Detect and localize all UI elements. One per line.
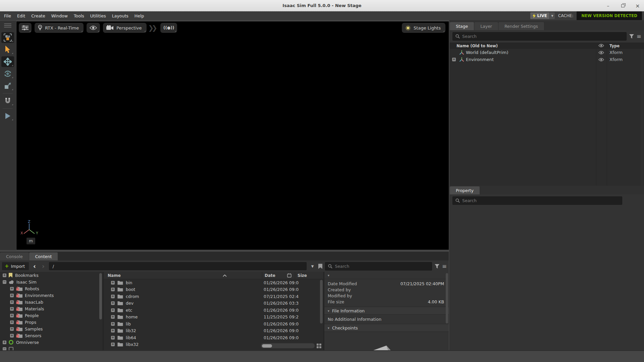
file-row-dev[interactable]: + dev 01/26/2026 03:3 bbox=[104, 300, 323, 307]
file-row-lib32[interactable]: + lib32 01/26/2026 09:0 bbox=[104, 327, 323, 335]
expand-toggle[interactable]: + bbox=[10, 287, 14, 291]
column-size[interactable]: Size bbox=[298, 273, 307, 278]
tab-content[interactable]: Content bbox=[29, 252, 58, 260]
move-tool-button[interactable] bbox=[1, 56, 14, 67]
cursor-select-tool-button[interactable] bbox=[1, 44, 14, 55]
options-menu-icon[interactable]: ≡ bbox=[637, 34, 641, 39]
tree-item-samples[interactable]: + Samples bbox=[0, 325, 103, 332]
tree-item-robots[interactable]: + Robots bbox=[0, 285, 103, 292]
prim-name[interactable]: World (defaultPrim) bbox=[466, 50, 508, 55]
menu-edit[interactable]: Edit bbox=[17, 13, 25, 18]
expand-toggle[interactable]: + bbox=[10, 314, 14, 317]
file-row-etc[interactable]: + etc 01/26/2026 09:0 bbox=[104, 307, 323, 314]
tree-item-props[interactable]: + Props bbox=[0, 319, 103, 325]
column-name[interactable]: Name bbox=[108, 273, 121, 278]
visibility-column-icon[interactable] bbox=[598, 44, 604, 48]
content-search-input[interactable] bbox=[335, 264, 429, 269]
expand-toggle[interactable]: + bbox=[111, 329, 115, 333]
expand-toggle[interactable]: + bbox=[10, 334, 14, 338]
path-field[interactable]: / bbox=[49, 262, 307, 270]
file-row-cdrom[interactable]: + cdrom 07/21/2025 02:4 bbox=[104, 293, 323, 300]
property-search-input[interactable] bbox=[462, 198, 619, 203]
tree-item-sensors[interactable]: + Sensors bbox=[0, 332, 103, 339]
broadcast-button[interactable]: ((●)) bbox=[160, 23, 177, 33]
viewport[interactable]: RTX - Real-Time Perspective ❯❯ ((●)) bbox=[16, 21, 449, 250]
tab-layer[interactable]: Layer bbox=[474, 22, 498, 30]
options-menu-icon[interactable]: ≡ bbox=[442, 263, 447, 269]
tree-item-environments[interactable]: + Environments bbox=[0, 292, 103, 299]
stage-search-box[interactable] bbox=[452, 32, 627, 41]
forward-button[interactable]: › bbox=[40, 262, 46, 270]
expand-toggle[interactable]: + bbox=[111, 336, 115, 340]
content-search-box[interactable] bbox=[325, 262, 432, 270]
expand-toggle[interactable]: + bbox=[111, 295, 115, 298]
tree-item-isaac-sim[interactable]: − Isaac Sim bbox=[0, 279, 103, 285]
toolbar-grip-handle[interactable] bbox=[4, 23, 11, 27]
version-banner[interactable]: NEW VERSION DETECTED bbox=[577, 11, 642, 20]
rotate-tool-button[interactable] bbox=[1, 68, 14, 79]
expand-toggle[interactable]: + bbox=[111, 288, 115, 291]
select-prims-tool-button[interactable] bbox=[1, 32, 14, 43]
eye-icon[interactable] bbox=[598, 58, 604, 62]
expand-toggle[interactable]: + bbox=[3, 341, 6, 344]
file-list-scrollbar[interactable] bbox=[320, 280, 323, 323]
expand-toggle[interactable]: + bbox=[111, 281, 115, 285]
camera-button[interactable]: Perspective bbox=[103, 23, 146, 33]
expand-toggle[interactable]: + bbox=[111, 308, 115, 312]
expand-toggle[interactable]: + bbox=[111, 322, 115, 326]
eye-icon[interactable] bbox=[598, 51, 604, 55]
menu-help[interactable]: Help bbox=[135, 13, 144, 18]
live-sync-button[interactable]: LIVE bbox=[530, 12, 549, 19]
expand-toggle[interactable]: + bbox=[10, 294, 14, 297]
tab-console[interactable]: Console bbox=[0, 252, 29, 260]
expand-toggle[interactable]: + bbox=[10, 327, 14, 331]
file-row-lib64[interactable]: + lib64 01/26/2026 09:0 bbox=[104, 334, 323, 341]
collapse-toggle[interactable]: − bbox=[3, 347, 6, 351]
tab-property[interactable]: Property bbox=[450, 186, 480, 194]
expand-toggle[interactable]: + bbox=[10, 300, 14, 304]
restore-button[interactable] bbox=[620, 3, 626, 9]
details-scrollbar[interactable] bbox=[446, 273, 448, 323]
file-row-home[interactable]: + home 11/25/2025 09:2 bbox=[104, 314, 323, 321]
tree-item-omniverse[interactable]: + Omniverse bbox=[0, 339, 103, 346]
menu-create[interactable]: Create bbox=[31, 13, 45, 18]
import-button[interactable]: + Import bbox=[2, 262, 29, 270]
sort-ascending-icon[interactable] bbox=[223, 275, 227, 277]
calendar-icon[interactable] bbox=[287, 273, 291, 278]
grid-view-icon[interactable] bbox=[317, 344, 321, 348]
scale-tool-button[interactable] bbox=[1, 80, 14, 91]
prim-name[interactable]: Environment bbox=[466, 57, 494, 62]
column-name[interactable]: Name (Old to New) bbox=[457, 44, 498, 48]
expand-toggle[interactable]: + bbox=[111, 315, 115, 319]
file-row-boot[interactable]: + boot 01/26/2026 09:0 bbox=[104, 286, 323, 293]
expand-toggle[interactable]: + bbox=[3, 274, 6, 277]
tree-item-materials[interactable]: + Materials bbox=[0, 305, 103, 312]
details-collapse-header[interactable]: ▾ bbox=[324, 272, 449, 279]
live-dropdown-button[interactable]: ▼ bbox=[549, 12, 555, 19]
play-button[interactable] bbox=[1, 111, 14, 121]
stage-search-input[interactable] bbox=[462, 34, 624, 39]
expand-toggle[interactable]: + bbox=[111, 301, 115, 305]
filter-icon[interactable] bbox=[629, 34, 634, 39]
file-row-lib[interactable]: + lib 01/26/2026 09:0 bbox=[104, 320, 323, 327]
tab-stage[interactable]: Stage bbox=[450, 22, 474, 30]
file-row-bin[interactable]: + bin 01/26/2026 09:0 bbox=[104, 279, 323, 286]
tree-item-partial[interactable]: − bbox=[0, 346, 103, 350]
menu-tools[interactable]: Tools bbox=[74, 13, 84, 18]
expand-toggle[interactable]: + bbox=[111, 343, 115, 346]
tree-scrollbar[interactable] bbox=[99, 273, 102, 319]
tree-item-people[interactable]: + People bbox=[0, 312, 103, 319]
viewport-settings-button[interactable] bbox=[19, 23, 32, 33]
stage-tree-header[interactable]: Name (Old to New) Type bbox=[450, 43, 644, 49]
expand-toggle[interactable]: + bbox=[452, 58, 456, 61]
tree-item-isaaclab[interactable]: + IsaacLab bbox=[0, 299, 103, 305]
expand-toggle[interactable]: + bbox=[10, 307, 14, 311]
collapse-toggle[interactable]: − bbox=[3, 280, 6, 284]
unit-indicator[interactable]: m bbox=[26, 238, 35, 244]
bookmark-icon[interactable] bbox=[318, 264, 322, 269]
close-button[interactable]: × bbox=[635, 3, 641, 9]
menu-window[interactable]: Window bbox=[51, 13, 68, 18]
path-dropdown-button[interactable]: ▼ bbox=[309, 264, 316, 268]
property-search-box[interactable] bbox=[452, 196, 622, 205]
back-button[interactable]: ‹ bbox=[32, 262, 38, 270]
